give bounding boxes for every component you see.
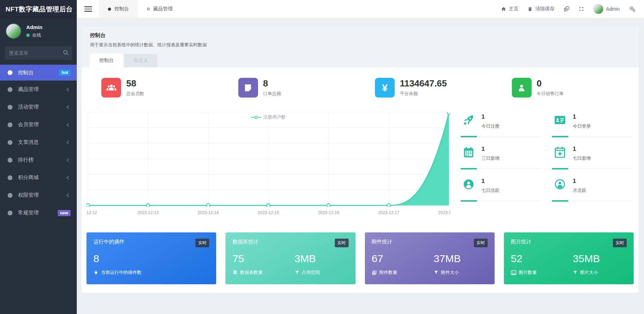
sidebar-item-general[interactable]: 常规管理 new [0, 204, 77, 222]
fullscreen-button[interactable] [579, 6, 584, 12]
area-chart-canvas [86, 112, 450, 207]
chevron-left-icon [66, 193, 70, 197]
sidebar-item-activities[interactable]: 活动管理 [0, 98, 77, 116]
page-title: 控制台 [90, 32, 630, 39]
svg-text:A: A [565, 8, 567, 11]
rocket-icon [462, 113, 475, 127]
mini-stat-today-login: 1 今日登录 [552, 112, 633, 137]
panel-header: 控制台 用于展示当前系统中的统计数据、统计报表及重要实时数据 控制台 自定义 [82, 27, 638, 67]
sidebar-item-members[interactable]: 会员管理 [0, 116, 77, 133]
stat-label: 总会员数 [126, 91, 144, 97]
tab-collections[interactable]: 藏品管理 [138, 0, 182, 18]
menu-dot-icon [8, 140, 12, 145]
stat-value: 0 [537, 78, 564, 89]
stat-label: 今日销售订单 [537, 91, 564, 97]
home-icon [501, 6, 506, 12]
clear-cache-button[interactable]: 清除缓存 [527, 6, 554, 12]
menu-dot-icon [8, 70, 12, 75]
new-badge: new [58, 210, 71, 216]
stat-total-members: 58 总会员数 [86, 78, 223, 98]
chevron-left-icon [66, 87, 70, 91]
card-attachment-stats: 附件统计 实时 67 附件数量 37MB [365, 232, 495, 284]
realtime-badge: 实时 [195, 239, 209, 247]
menu-dot-icon [8, 122, 12, 127]
search-input[interactable] [5, 46, 72, 60]
search-icon[interactable] [63, 50, 68, 55]
stat-label: 订单总额 [263, 91, 281, 97]
panel-tab-custom[interactable]: 自定义 [124, 54, 157, 67]
expand-icon [579, 6, 584, 12]
plug-icon [93, 270, 99, 275]
sidebar-item-permissions[interactable]: 权限管理 [0, 186, 77, 204]
image-icon [511, 270, 516, 275]
filter-icon [434, 270, 439, 275]
hollow-dot-icon [147, 8, 150, 10]
yen-icon: ¥ [375, 78, 395, 98]
chevron-left-icon [66, 140, 70, 144]
sidebar-item-collections[interactable]: 藏品管理 [0, 81, 77, 98]
copy-icon [372, 270, 377, 275]
settings-button[interactable] [629, 6, 636, 12]
console-panel: 控制台 用于展示当前系统中的统计数据、统计报表及重要实时数据 控制台 自定义 [82, 27, 638, 293]
sidebar-item-ranking[interactable]: 排行榜 [0, 151, 77, 169]
user-avatar[interactable] [6, 23, 21, 39]
card-database-stats: 数据库统计 实时 75 数据表数量 3MB [226, 232, 355, 284]
note-icon [238, 78, 258, 98]
realtime-badge: 实时 [613, 239, 627, 247]
mini-stat-3day-new: 1 三日新增 [461, 144, 542, 169]
menu-dot-icon [8, 175, 12, 180]
page-subtitle: 用于展示当前系统中的统计数据、统计报表及重要实时数据 [90, 42, 630, 48]
stat-label: 平台余额 [400, 91, 447, 97]
panel-tabs: 控制台 自定义 [90, 54, 630, 67]
user-panel: Admin 在线 [0, 18, 77, 43]
mini-stat-7day-active: 1 七日活跃 [461, 176, 542, 201]
admin-profile[interactable]: Admin [593, 4, 620, 14]
stat-order-total: 8 订单总额 [223, 78, 360, 98]
chart-x-axis: 12-122023-12-132023-12-142023-12-152023-… [86, 209, 450, 217]
sidebar-menu: 控制台 hot 藏品管理 活动管理 会员管理 文章消息 排行榜 [0, 65, 77, 222]
users-icon [101, 78, 121, 98]
sidebar-item-points-mall[interactable]: 积分商城 [0, 169, 77, 186]
user-circle-icon [462, 178, 475, 191]
registered-users-chart[interactable]: 注册用户数 12-122023-12-132023-12-142023-12-1… [86, 112, 450, 217]
x-axis-tick-label: 2023-12-16 [318, 210, 339, 215]
realtime-badge: 实时 [474, 239, 488, 247]
id-card-icon [553, 113, 567, 127]
tab-console[interactable]: 控制台 [99, 0, 138, 18]
chevron-left-icon [66, 176, 70, 179]
panel-tab-console[interactable]: 控制台 [90, 54, 123, 67]
home-link[interactable]: 主页 [501, 6, 518, 12]
x-axis-tick-label: 2023-12-18 [438, 210, 450, 215]
stat-value: 1134647.65 [400, 78, 447, 89]
menu-dot-icon [8, 105, 12, 110]
mini-stat-7day-new: 1 七日新增 [552, 144, 633, 169]
gears-icon [629, 6, 636, 12]
x-axis-tick-label: 2023-12-15 [258, 210, 279, 215]
hot-badge: hot [59, 70, 71, 76]
x-axis-tick-label: 2023-12-14 [197, 210, 219, 215]
card-running-plugins: 运行中的插件 实时 8 当前运行中的插件数 [86, 232, 216, 284]
mini-stats-grid: 1 今日注册 1 今日登录 [461, 112, 633, 217]
summary-cards: 运行中的插件 实时 8 当前运行中的插件数 [86, 232, 634, 284]
app-brand: NFT数字藏品管理后台 [0, 0, 77, 18]
online-dot-icon [26, 34, 30, 37]
filter-icon [573, 270, 578, 275]
user-name: Admin [26, 24, 43, 30]
menu-search [5, 46, 72, 60]
menu-dot-icon [8, 211, 12, 215]
chevron-left-icon [66, 123, 70, 127]
calendar-plus-icon [553, 146, 567, 159]
sidebar-item-console[interactable]: 控制台 hot [0, 65, 77, 81]
chevron-left-icon [66, 105, 70, 109]
language-icon: A [563, 6, 570, 12]
mini-stat-month-active: 1 月活跃 [552, 176, 633, 201]
language-switch-button[interactable]: A [563, 6, 570, 12]
top-navbar: 控制台 藏品管理 主页 清除缓存 A Admin [77, 0, 644, 18]
user-status: 在线 [26, 32, 43, 38]
realtime-badge: 实时 [335, 239, 349, 247]
main-content: 控制台 用于展示当前系统中的统计数据、统计报表及重要实时数据 控制台 自定义 [77, 18, 644, 314]
menu-dot-icon [8, 87, 12, 92]
hamburger-menu-icon[interactable] [84, 5, 92, 13]
avatar [593, 4, 604, 14]
sidebar-item-articles[interactable]: 文章消息 [0, 133, 77, 151]
